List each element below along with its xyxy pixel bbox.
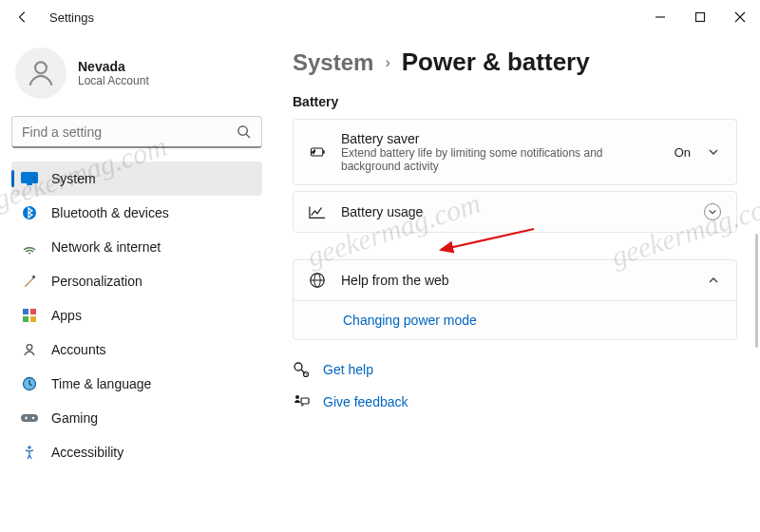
svg-point-28 <box>295 395 299 399</box>
chevron-up-icon[interactable] <box>706 273 721 288</box>
sidebar-item-label: Network & internet <box>51 239 161 255</box>
sidebar-item-accounts[interactable]: Accounts <box>11 332 262 367</box>
sidebar-item-label: Time & language <box>51 376 151 391</box>
help-link-row[interactable]: Changing power mode <box>294 300 736 339</box>
svg-line-4 <box>246 134 250 138</box>
section-header: Battery <box>293 94 737 109</box>
system-icon <box>21 170 38 187</box>
svg-point-3 <box>238 126 246 135</box>
battery-saver-row[interactable]: Battery saver Extend battery life by lim… <box>294 120 736 184</box>
sidebar-item-personalization[interactable]: Personalization <box>11 264 262 298</box>
minimize-button[interactable] <box>640 0 680 34</box>
sidebar-item-label: Accounts <box>51 342 106 357</box>
svg-point-14 <box>27 345 32 351</box>
svg-point-2 <box>35 62 47 73</box>
user-sub: Local Account <box>78 74 149 87</box>
sidebar-item-label: Bluetooth & devices <box>51 205 169 220</box>
sidebar-item-accessibility[interactable]: Accessibility <box>11 435 262 469</box>
maximize-button[interactable] <box>680 0 720 34</box>
svg-rect-1 <box>696 13 705 22</box>
svg-rect-29 <box>301 398 309 404</box>
battery-saver-sub: Extend battery life by limiting some not… <box>341 146 636 173</box>
network-icon <box>21 238 38 256</box>
svg-rect-12 <box>23 316 28 322</box>
sidebar-item-system[interactable]: System <box>11 162 262 196</box>
search-input[interactable] <box>22 124 235 140</box>
battery-usage-title: Battery usage <box>341 204 689 219</box>
changing-power-mode-link[interactable]: Changing power mode <box>343 313 477 328</box>
apps-icon <box>21 307 38 324</box>
help-icon: ? <box>293 361 310 378</box>
get-help-label: Get help <box>323 362 373 377</box>
svg-point-24 <box>294 363 302 370</box>
search-box[interactable] <box>11 116 262 148</box>
battery-saver-state: On <box>674 145 691 160</box>
svg-rect-10 <box>23 309 28 314</box>
svg-rect-6 <box>27 183 32 185</box>
time-icon <box>21 375 38 392</box>
sidebar-item-gaming[interactable]: Gaming <box>11 401 262 435</box>
sidebar-item-label: System <box>51 171 96 186</box>
accessibility-icon <box>21 444 38 461</box>
sidebar-item-label: Apps <box>51 308 82 323</box>
user-block[interactable]: Nevada Local Account <box>11 38 262 116</box>
gaming-icon <box>21 409 38 427</box>
svg-rect-5 <box>21 172 38 183</box>
sidebar-item-label: Accessibility <box>51 445 124 460</box>
give-feedback-link[interactable]: Give feedback <box>293 386 737 418</box>
sidebar-item-label: Personalization <box>51 274 142 289</box>
svg-point-18 <box>28 446 31 449</box>
breadcrumb-parent[interactable]: System <box>293 49 373 76</box>
battery-saver-icon <box>309 143 326 161</box>
sidebar-item-bluetooth[interactable]: Bluetooth & devices <box>11 196 262 230</box>
search-icon <box>235 124 252 141</box>
avatar <box>15 48 66 99</box>
svg-rect-20 <box>323 150 325 153</box>
svg-rect-13 <box>30 316 36 322</box>
svg-rect-16 <box>21 414 38 422</box>
battery-usage-row[interactable]: Battery usage <box>294 192 736 232</box>
chevron-down-icon[interactable] <box>704 203 721 220</box>
battery-saver-title: Battery saver <box>341 131 659 146</box>
svg-point-17 <box>32 417 35 420</box>
bluetooth-icon <box>21 204 38 221</box>
user-name: Nevada <box>78 59 149 74</box>
get-help-link[interactable]: ? Get help <box>293 353 737 386</box>
sidebar-item-label: Gaming <box>51 410 98 426</box>
give-feedback-label: Give feedback <box>323 394 408 409</box>
feedback-icon <box>293 393 310 410</box>
back-button[interactable] <box>10 4 36 30</box>
sidebar-item-apps[interactable]: Apps <box>11 298 262 332</box>
chevron-right-icon: › <box>385 54 390 71</box>
accounts-icon <box>21 341 38 358</box>
breadcrumb: System › Power & battery <box>293 42 737 77</box>
scrollbar[interactable] <box>755 234 758 348</box>
svg-point-8 <box>28 253 30 255</box>
sidebar-item-network[interactable]: Network & internet <box>11 230 262 264</box>
battery-usage-icon <box>309 203 326 220</box>
chevron-down-icon[interactable] <box>706 144 721 160</box>
globe-icon <box>309 272 326 289</box>
page-title: Power & battery <box>402 48 590 77</box>
svg-rect-11 <box>30 309 36 314</box>
help-from-web-row[interactable]: Help from the web <box>294 260 736 300</box>
sidebar-item-time[interactable]: Time & language <box>11 367 262 401</box>
window-title: Settings <box>36 10 94 25</box>
personalization-icon <box>21 273 38 290</box>
close-button[interactable] <box>720 0 760 34</box>
help-title: Help from the web <box>341 273 691 288</box>
